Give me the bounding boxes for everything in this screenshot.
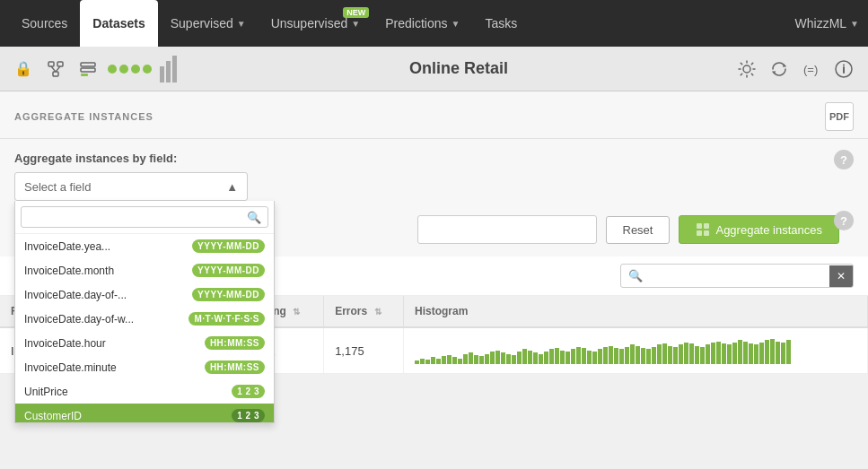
histogram-bar — [657, 344, 662, 364]
item-type-badge: YYYY-MM-DD — [192, 239, 265, 253]
list-item[interactable]: InvoiceDate.day-of-... YYYY-MM-DD — [15, 282, 274, 307]
nav-predictions-label: Predictions — [385, 16, 447, 30]
histogram-bar — [662, 343, 667, 364]
histogram-bar — [436, 359, 441, 364]
nav-whizzml-label: WhizzML — [795, 16, 847, 30]
histogram-bar — [765, 340, 769, 364]
item-type-badge: 1 2 3 — [232, 409, 265, 422]
histogram-bar — [722, 343, 726, 364]
item-type-badge: YYYY-MM-DD — [192, 264, 265, 277]
histogram-bar — [544, 352, 548, 364]
nav-unsupervised-label: Unsupervised — [271, 16, 348, 30]
histogram-bar — [452, 357, 457, 364]
refresh-icon[interactable] — [766, 56, 793, 83]
histogram-bar — [571, 349, 575, 364]
histogram-bar — [603, 347, 608, 364]
item-type-badge: YYYY-MM-DD — [192, 288, 265, 301]
nav-supervised-arrow: ▼ — [237, 19, 246, 29]
item-label: InvoiceDate.day-of-w... — [24, 313, 134, 326]
svg-rect-16 — [697, 223, 702, 229]
histogram-bar — [695, 346, 699, 364]
help-icon-top[interactable]: ? — [834, 150, 854, 169]
table-search-input[interactable] — [650, 265, 829, 287]
nav-predictions[interactable]: Predictions ▼ — [373, 0, 472, 47]
svg-rect-0 — [48, 62, 54, 66]
table-search-clear[interactable]: ✕ — [829, 265, 853, 287]
svg-rect-2 — [53, 72, 58, 76]
list-item[interactable]: InvoiceDate.yea... YYYY-MM-DD — [15, 234, 274, 258]
field-selector-button[interactable]: Select a field ▲ — [14, 172, 248, 201]
histogram-bar — [641, 348, 645, 364]
nav-unsupervised[interactable]: NEW Unsupervised ▼ — [259, 0, 373, 47]
list-item[interactable]: InvoiceDate.hour HH:MM:SS — [15, 331, 274, 355]
histogram-bar — [469, 352, 473, 364]
svg-rect-5 — [81, 63, 95, 66]
nav-tasks-label: Tasks — [485, 16, 517, 30]
histogram-bar — [684, 343, 688, 364]
histogram-bar — [636, 346, 640, 364]
aggregate-value-input[interactable] — [417, 215, 597, 244]
top-navigation: Sources Datasets Supervised ▼ NEW Unsupe… — [0, 0, 868, 47]
svg-rect-18 — [697, 230, 702, 236]
item-type-badge: HH:MM:SS — [205, 360, 265, 374]
histogram-bar — [689, 343, 694, 364]
histogram-bar — [420, 359, 425, 364]
histogram-bar — [415, 360, 419, 364]
list-item[interactable]: InvoiceDate.month YYYY-MM-DD — [15, 258, 274, 282]
chevron-up-icon: ▲ — [226, 180, 238, 194]
svg-point-11 — [743, 65, 750, 73]
svg-rect-17 — [704, 223, 709, 229]
svg-rect-7 — [81, 74, 88, 76]
histogram-bar — [673, 347, 678, 364]
help-icon-bottom[interactable]: ? — [834, 211, 854, 230]
histogram-bar — [646, 349, 651, 364]
dropdown-search-icon: 🔍 — [247, 211, 261, 224]
svg-rect-9 — [166, 61, 171, 83]
aggregate-button[interactable]: Aggregate instances — [679, 215, 839, 244]
pdf-button[interactable]: PDF — [825, 102, 854, 131]
layers-icon[interactable] — [75, 56, 101, 82]
histogram-bar — [738, 340, 742, 364]
histogram-bar — [619, 349, 624, 364]
nav-whizzml[interactable]: WhizzML ▼ — [795, 16, 859, 30]
histogram-bar — [512, 355, 516, 364]
list-item[interactable]: InvoiceDate.day-of-w... M·T·W·T·F·S·S — [15, 307, 274, 331]
item-type-badge: M·T·W·T·F·S·S — [189, 312, 265, 326]
toolbar: 🔒 Online Retail — [0, 47, 868, 91]
histogram-bar — [732, 343, 737, 364]
histogram-bar — [555, 348, 559, 364]
nav-datasets[interactable]: Datasets — [80, 0, 157, 47]
nav-predictions-arrow: ▼ — [451, 19, 460, 29]
code-icon[interactable]: (=) — [798, 56, 825, 83]
reset-button[interactable]: Reset — [606, 216, 671, 244]
nav-datasets-label: Datasets — [92, 16, 145, 30]
svg-line-3 — [51, 66, 56, 72]
nav-tasks[interactable]: Tasks — [472, 0, 530, 47]
dropdown-items: InvoiceDate.yea... YYYY-MM-DD InvoiceDat… — [15, 234, 274, 422]
lock-icon[interactable]: 🔒 — [11, 56, 36, 82]
histogram-bar — [754, 344, 758, 364]
histogram-bar — [625, 347, 629, 364]
list-item[interactable]: InvoiceDate.minute HH:MM:SS — [15, 355, 274, 379]
list-item-selected[interactable]: CustomerID 1 2 3 — [15, 404, 274, 422]
info-icon[interactable] — [830, 56, 857, 83]
histogram-bar — [630, 344, 635, 364]
nav-supervised[interactable]: Supervised ▼ — [158, 0, 259, 47]
nav-sources[interactable]: Sources — [9, 0, 80, 47]
histogram-bar — [506, 354, 511, 364]
network-icon[interactable] — [43, 56, 68, 82]
col-header-errors[interactable]: Errors ⇅ — [324, 296, 404, 327]
histogram-bar — [490, 352, 495, 364]
field-selector-placeholder: Select a field — [24, 180, 91, 194]
item-label: CustomerID — [24, 410, 82, 422]
sort-icon-errors: ⇅ — [374, 307, 381, 317]
histogram-bar — [566, 352, 570, 364]
histogram-bar — [614, 348, 618, 364]
field-selector[interactable]: Select a field ▲ 🔍 InvoiceDate.yea... YY… — [14, 172, 248, 201]
histogram-bar — [474, 355, 478, 364]
section-title: AGGREGATE INSTANCES — [14, 111, 153, 122]
dropdown-search-input[interactable] — [21, 206, 268, 228]
histogram-bar — [582, 348, 586, 364]
list-item[interactable]: UnitPrice 1 2 3 — [15, 379, 274, 404]
settings-icon[interactable] — [733, 56, 760, 83]
